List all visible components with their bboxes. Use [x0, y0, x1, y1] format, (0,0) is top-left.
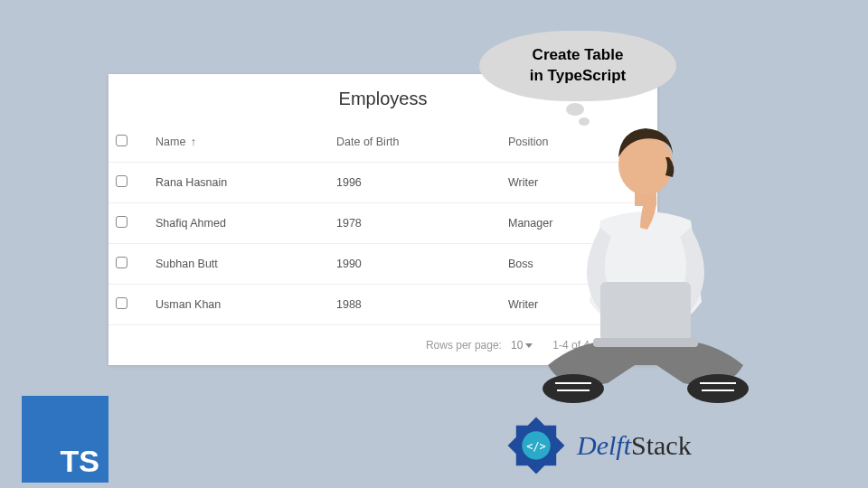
arrow-up-icon: ↑	[191, 136, 196, 148]
bubble-dot-icon	[566, 103, 584, 116]
cell-dob: 1996	[329, 163, 501, 203]
cell-dob: 1978	[329, 203, 501, 244]
thought-bubble: Create Table in TypeScript	[479, 31, 687, 121]
row-checkbox[interactable]	[116, 297, 127, 309]
cell-name: Usman Khan	[148, 285, 329, 325]
delftstack-text: DelftStack	[577, 430, 692, 461]
cell-dob: 1988	[329, 285, 501, 325]
row-checkbox[interactable]	[116, 257, 127, 268]
row-checkbox[interactable]	[116, 175, 127, 187]
svg-text:</>: </>	[526, 440, 546, 453]
rows-per-page: Rows per page: 10	[426, 339, 533, 352]
delftstack-logo-icon: </>	[503, 412, 570, 479]
thought-line1: Create Table	[533, 46, 624, 63]
svg-rect-2	[600, 282, 691, 342]
cell-name: Rana Hasnain	[148, 163, 329, 203]
svg-point-1	[687, 374, 749, 403]
header-name-label: Name	[156, 136, 185, 148]
thought-bubble-text: Create Table in TypeScript	[479, 31, 676, 101]
rows-per-page-label: Rows per page:	[426, 339, 502, 352]
cell-dob: 1990	[329, 244, 501, 285]
ts-badge-text: TS	[61, 444, 99, 479]
brand-part1: Delft	[577, 430, 631, 460]
delftstack-brand: </> DelftStack	[503, 412, 692, 479]
header-checkbox-cell	[108, 122, 148, 163]
header-dob[interactable]: Date of Birth	[329, 122, 501, 163]
header-name[interactable]: Name ↑	[148, 122, 329, 163]
cell-name: Shafiq Ahmed	[148, 203, 329, 244]
svg-rect-3	[593, 338, 698, 347]
thought-line2: in TypeScript	[530, 67, 626, 84]
person-illustration	[521, 121, 770, 416]
svg-point-0	[542, 374, 604, 403]
row-checkbox[interactable]	[116, 216, 127, 228]
typescript-badge: TS	[22, 396, 108, 483]
cell-name: Subhan Butt	[148, 244, 329, 285]
select-all-checkbox[interactable]	[116, 135, 127, 146]
brand-part2: Stack	[631, 430, 692, 460]
